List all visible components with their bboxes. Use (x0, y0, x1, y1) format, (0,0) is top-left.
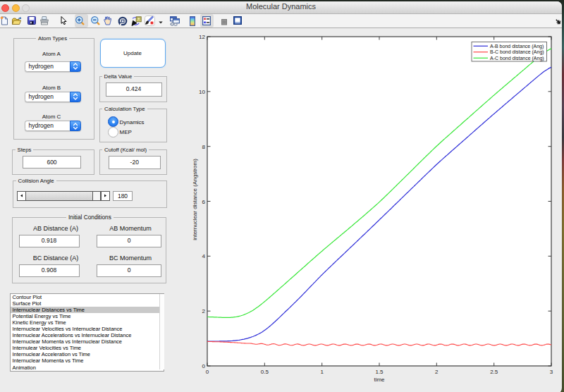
svg-text:10: 10 (199, 89, 205, 95)
svg-text:1.5: 1.5 (375, 369, 384, 375)
svg-text:0.5: 0.5 (261, 369, 269, 375)
svg-text:A-C bond distance (Ang): A-C bond distance (Ang) (490, 56, 544, 61)
svg-text:2: 2 (435, 369, 439, 375)
svg-text:4: 4 (202, 253, 206, 259)
svg-text:2: 2 (202, 308, 206, 314)
svg-text:3: 3 (550, 369, 553, 375)
svg-text:1: 1 (320, 369, 324, 375)
svg-text:time: time (374, 376, 385, 383)
svg-text:0: 0 (202, 363, 206, 369)
svg-text:12: 12 (199, 34, 205, 40)
svg-text:internuclear distance (Angstro: internuclear distance (Angstrom) (192, 159, 198, 240)
svg-text:B-C bond distance (Ang): B-C bond distance (Ang) (490, 49, 544, 55)
svg-text:6: 6 (202, 199, 206, 205)
svg-text:0: 0 (206, 369, 209, 375)
svg-text:8: 8 (202, 144, 206, 150)
svg-text:2.5: 2.5 (490, 369, 498, 375)
svg-text:A-B bond distance (Ang): A-B bond distance (Ang) (490, 44, 544, 49)
